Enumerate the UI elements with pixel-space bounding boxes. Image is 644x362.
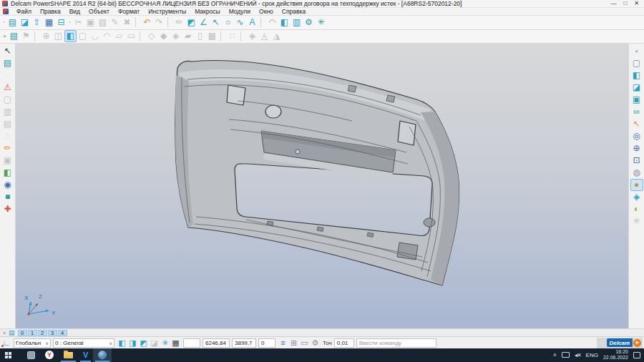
- blocks-icon[interactable]: ▤: [1, 118, 14, 130]
- sphere-icon[interactable]: ◌: [1, 130, 14, 142]
- circle-icon[interactable]: ○: [222, 16, 234, 29]
- sketch-icon[interactable]: ✏: [173, 16, 185, 29]
- assembly-icon[interactable]: ⚙: [303, 16, 315, 29]
- taskbar-app-powershape[interactable]: [93, 348, 112, 362]
- start-button[interactable]: [0, 348, 16, 362]
- paste-icon[interactable]: ▨: [97, 16, 109, 29]
- copy-icon[interactable]: ▣: [84, 16, 97, 29]
- redo-icon[interactable]: ↷: [153, 16, 165, 29]
- globe-shaded-icon[interactable]: ●: [630, 179, 643, 191]
- menu-item[interactable]: Вид: [65, 8, 84, 15]
- delete-icon[interactable]: ✖: [121, 16, 133, 29]
- monitor-icon[interactable]: [562, 352, 570, 358]
- lightbulb-hand-icon[interactable]: ✳: [630, 215, 643, 228]
- language-indicator[interactable]: ENG: [586, 352, 598, 358]
- levels-icon[interactable]: ▤: [9, 329, 15, 336]
- shaded-view-icon[interactable]: ◪: [630, 82, 643, 94]
- select-face-icon[interactable]: ◈: [170, 30, 182, 42]
- select-solid-icon[interactable]: ◡: [89, 30, 101, 42]
- level-tab[interactable]: 1: [28, 330, 37, 336]
- maximize-button[interactable]: □: [623, 1, 627, 6]
- blocks-h-icon[interactable]: ▥: [1, 106, 14, 118]
- solid-icon[interactable]: ◧: [278, 16, 291, 29]
- grid-icon[interactable]: ▦: [170, 338, 181, 348]
- clock[interactable]: 16:20 22.06.2022: [603, 349, 628, 361]
- close-levels-icon[interactable]: ×: [1, 331, 7, 336]
- workplane-combo[interactable]: Глобальн∨: [14, 338, 51, 348]
- paint-icon[interactable]: ✏: [1, 142, 14, 155]
- select-wireframe-icon[interactable]: ▢: [77, 30, 89, 42]
- select-edge-icon[interactable]: ▰: [182, 30, 194, 42]
- smart-cursor-icon[interactable]: ✳: [160, 338, 170, 348]
- coord-x-field[interactable]: 6246,84: [203, 338, 230, 348]
- cut-icon[interactable]: ✂: [72, 16, 84, 29]
- tolerance-field[interactable]: 0,01: [334, 338, 354, 348]
- save-icon[interactable]: ▦: [43, 16, 55, 29]
- item-list-icon[interactable]: ≡: [278, 338, 288, 348]
- taskbar-app-explorer[interactable]: [59, 348, 78, 362]
- print-icon[interactable]: ⊟: [55, 16, 67, 29]
- taskbar-app-generic[interactable]: [22, 348, 40, 362]
- workplane-status-icon[interactable]: ∟: [1, 338, 11, 347]
- feature-icon[interactable]: ▥: [291, 16, 303, 29]
- close-toolbar-icon[interactable]: ×: [1, 30, 8, 42]
- select-add-icon[interactable]: ⊕: [40, 30, 52, 42]
- select-shell-icon[interactable]: ◆: [157, 30, 170, 42]
- solid-view-icon[interactable]: ▣: [630, 94, 643, 106]
- wireframe-view-icon[interactable]: ▢: [630, 57, 643, 69]
- curve-icon[interactable]: ∿: [234, 16, 246, 29]
- menu-item[interactable]: Правка: [36, 8, 65, 15]
- menu-item[interactable]: Справка: [278, 8, 310, 15]
- hidden-line-view-icon[interactable]: ◧: [630, 69, 643, 82]
- undo-icon[interactable]: ↶: [141, 16, 153, 29]
- level-toggle-icon[interactable]: ◩: [138, 338, 149, 348]
- menu-item[interactable]: Модули: [225, 8, 255, 15]
- warning-icon[interactable]: ⚠: [1, 82, 14, 94]
- level-tab[interactable]: 4: [58, 330, 67, 336]
- update-cube-icon[interactable]: ◧: [1, 167, 14, 179]
- level-tab[interactable]: 0: [18, 330, 27, 336]
- inspect-cube-icon[interactable]: ◉: [1, 179, 14, 191]
- select-box-icon[interactable]: ▭: [125, 30, 137, 42]
- text-icon[interactable]: A: [246, 16, 258, 29]
- menu-item[interactable]: Файл: [12, 8, 36, 15]
- menu-item[interactable]: Макросы: [190, 8, 224, 15]
- dynamic-section-icon[interactable]: ∞: [630, 106, 643, 118]
- menu-item[interactable]: Окно: [255, 8, 278, 15]
- papers-icon[interactable]: ▣: [1, 155, 14, 167]
- close-view-toolbar-icon[interactable]: ×: [630, 45, 643, 57]
- open-model-icon[interactable]: ◪: [19, 16, 31, 29]
- new-model-icon[interactable]: ▤: [6, 16, 19, 29]
- solid-cube-icon[interactable]: ■: [1, 191, 14, 203]
- level-on-icon[interactable]: ◧: [117, 338, 127, 348]
- zoom-full-icon[interactable]: ⊕: [630, 142, 643, 155]
- cursor-view-icon[interactable]: ↖: [630, 118, 643, 130]
- wizard-icon[interactable]: ✳: [315, 16, 327, 29]
- globe-wireframe-icon[interactable]: ◍: [630, 167, 643, 179]
- select-workplane-icon[interactable]: ◫: [52, 30, 64, 42]
- select-surface-icon[interactable]: ◧: [64, 30, 77, 42]
- repair-icon[interactable]: ✚: [1, 203, 14, 215]
- select-multi-icon[interactable]: ∷: [226, 30, 238, 42]
- select-vertex-icon[interactable]: ▯: [194, 30, 206, 42]
- surface-icon[interactable]: ◠: [266, 16, 278, 29]
- coord-z-field[interactable]: 0: [258, 338, 275, 348]
- zoom-help-icon[interactable]: ◎: [630, 130, 643, 142]
- close-button[interactable]: ✕: [634, 1, 639, 6]
- level-tab[interactable]: 3: [48, 330, 57, 336]
- level-tab[interactable]: 2: [38, 330, 47, 336]
- shading-options-icon[interactable]: ◐: [630, 203, 643, 215]
- zoom-box-icon[interactable]: ⊡: [630, 155, 643, 167]
- model-tree-icon[interactable]: ▤: [8, 30, 20, 42]
- tolerance-robot-icon[interactable]: ⚙: [310, 338, 321, 348]
- arrow-icon[interactable]: ↖: [210, 16, 222, 29]
- select-filter-icon[interactable]: ◮: [270, 30, 283, 42]
- minimize-button[interactable]: —: [610, 1, 616, 6]
- menu-item[interactable]: Инструменты: [144, 8, 190, 15]
- taskbar-app-yandex[interactable]: Y: [40, 348, 59, 362]
- select-group-icon[interactable]: ◈: [246, 30, 258, 42]
- select-curve-icon[interactable]: ◠: [101, 30, 113, 42]
- command-input[interactable]: [356, 338, 436, 348]
- select-cubes-icon[interactable]: ◬: [258, 30, 270, 42]
- menu-item[interactable]: Формат: [114, 8, 144, 15]
